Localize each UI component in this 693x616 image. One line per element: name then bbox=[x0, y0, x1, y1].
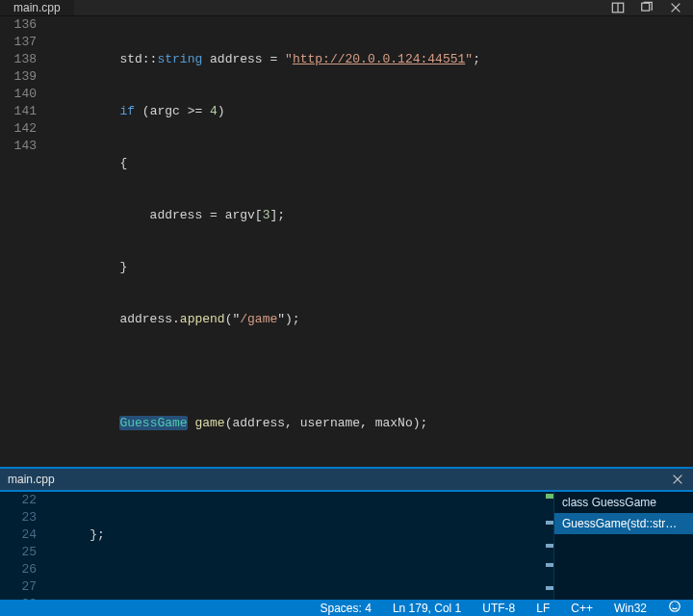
peek-code[interactable]: 22 23 24 25 26 27 28 29 30 31 32 33 34 3… bbox=[0, 492, 553, 600]
svg-point-8 bbox=[672, 604, 673, 605]
svg-point-7 bbox=[670, 602, 680, 612]
peek-ref-item[interactable]: class GuessGame bbox=[554, 492, 693, 513]
status-language[interactable]: C++ bbox=[567, 602, 597, 615]
editor-tab-label: main.cpp bbox=[13, 1, 61, 14]
peek-close-icon[interactable] bbox=[670, 472, 685, 487]
feedback-icon[interactable] bbox=[664, 600, 685, 616]
split-editor-icon[interactable] bbox=[610, 0, 626, 15]
peek-filename[interactable]: main.cpp bbox=[8, 473, 55, 486]
status-build-target[interactable]: Win32 bbox=[610, 602, 651, 615]
src-top[interactable]: std::string address = "http://20.0.0.124… bbox=[52, 16, 693, 467]
editor: 136 137 138 139 140 141 142 143 std::str… bbox=[0, 16, 693, 600]
status-encoding[interactable]: UTF-8 bbox=[478, 602, 519, 615]
peek-definition: main.cpp 22 23 24 25 26 27 28 29 30 31 bbox=[0, 490, 693, 600]
src-peek[interactable]: }; const int MIN = 0; const int MAX = 1;… bbox=[52, 492, 546, 600]
code-pane-top[interactable]: 136 137 138 139 140 141 142 143 std::str… bbox=[0, 16, 693, 467]
gutter-peek: 22 23 24 25 26 27 28 29 30 31 32 33 34 3… bbox=[0, 492, 52, 600]
svg-rect-2 bbox=[642, 3, 650, 11]
editor-tab-main[interactable]: main.cpp bbox=[0, 0, 74, 15]
svg-point-9 bbox=[677, 604, 678, 605]
close-icon[interactable] bbox=[668, 0, 683, 15]
status-bar: Spaces: 4 Ln 179, Col 1 UTF-8 LF C++ Win… bbox=[0, 600, 693, 616]
editor-tabbar: main.cpp bbox=[0, 0, 693, 16]
peek-header: main.cpp bbox=[0, 467, 693, 490]
editor-tab-actions bbox=[610, 0, 693, 15]
show-tabs-icon[interactable] bbox=[639, 0, 654, 15]
status-indent[interactable]: Spaces: 4 bbox=[317, 602, 375, 615]
gutter-top: 136 137 138 139 140 141 142 143 bbox=[0, 16, 52, 467]
peek-ref-item[interactable]: GuessGame(std::str… bbox=[554, 513, 693, 534]
peek-reference-list: class GuessGame GuessGame(std::str… bbox=[553, 492, 693, 600]
peek-scroll-markers bbox=[546, 492, 553, 600]
status-eol[interactable]: LF bbox=[532, 602, 553, 615]
status-cursor-pos[interactable]: Ln 179, Col 1 bbox=[389, 602, 465, 615]
